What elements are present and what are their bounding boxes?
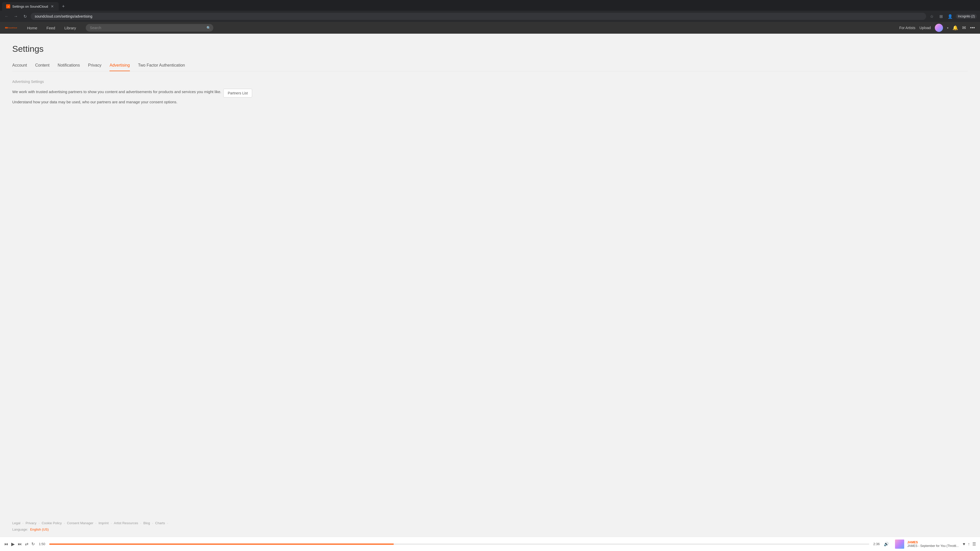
svg-text:SoundCloud: SoundCloud [8,27,17,29]
nav-right-actions: For Artists Upload ▾ 🔔 ✉ ••• [899,24,975,32]
incognito-badge[interactable]: Incognito (2) [956,14,977,19]
soundcloud-favicon: ♪ [6,4,10,8]
understand-text: Understand how your data may be used, wh… [12,99,968,105]
main-content: Settings Account Content Notifications P… [0,34,980,513]
new-tab-button[interactable]: + [60,3,67,10]
notifications-bell-icon[interactable]: 🔔 [953,25,958,30]
upload-button[interactable]: Upload [920,26,931,30]
nav-feed[interactable]: Feed [42,22,60,34]
footer: Legal - Privacy - Cookie Policy - Consen… [0,513,980,537]
queue-button[interactable]: ☰ [972,541,976,546]
search-input[interactable] [86,24,213,32]
track-name: JAMES - September for You (Throttl... [907,544,959,548]
shuffle-button[interactable]: ⇄ [25,541,28,546]
progress-fill [49,544,393,545]
player-bar: ⏮ ▶ ⏭ ⇄ ↻ 1:50 2:36 🔊 JAMES JAMES - Sept… [0,537,980,551]
tab-two-factor[interactable]: Two Factor Authentication [138,63,185,71]
footer-sep-5: - [111,521,112,525]
tab-account[interactable]: Account [12,63,27,71]
volume-button[interactable]: 🔊 [884,541,889,546]
tab-privacy[interactable]: Privacy [88,63,101,71]
footer-language-value[interactable]: English (US) [30,527,49,531]
tab-notifications[interactable]: Notifications [58,63,80,71]
nav-home[interactable]: Home [22,22,42,34]
repost-button[interactable]: ↑ [968,542,970,546]
soundcloud-logo[interactable]: SoundCloud [5,25,18,31]
track-artist: JAMES [907,540,959,544]
page-title: Settings [12,44,968,54]
tab-title: Settings on SoundCloud [12,5,48,8]
footer-sep-8: - [167,521,168,525]
footer-imprint[interactable]: Imprint [99,521,109,525]
footer-sep-1: - [22,521,24,525]
top-navigation: SoundCloud Home Feed Library 🔍 For Artis… [0,22,980,34]
advertising-content: Advertising Settings We work with truste… [12,79,968,105]
tab-close-button[interactable]: ✕ [50,4,55,9]
extensions-button[interactable]: ⊞ [937,13,945,20]
svg-rect-4 [6,27,7,29]
track-thumbnail [895,540,904,549]
repeat-button[interactable]: ↻ [32,541,35,546]
footer-consent-manager[interactable]: Consent Manager [67,521,93,525]
footer-artist-resources[interactable]: Artist Resources [114,521,138,525]
tab-advertising[interactable]: Advertising [110,63,130,71]
browser-actions: ☆ ⊞ 👤 Incognito (2) [928,13,977,20]
footer-cookie-policy[interactable]: Cookie Policy [41,521,62,525]
footer-blog[interactable]: Blog [143,521,150,525]
section-title: Advertising Settings [12,79,968,84]
footer-links: Legal - Privacy - Cookie Policy - Consen… [12,521,968,525]
more-options-icon[interactable]: ••• [970,25,975,30]
tab-content[interactable]: Content [35,63,49,71]
browser-toolbar: ← → ↻ ☆ ⊞ 👤 Incognito (2) [0,11,980,22]
footer-sep-7: - [152,521,153,525]
player-controls: ⏮ ▶ ⏭ ⇄ ↻ [4,541,35,547]
skip-back-button[interactable]: ⏮ [4,542,8,546]
settings-tabs: Account Content Notifications Privacy Ad… [12,63,968,71]
user-avatar[interactable] [935,24,943,32]
soundcloud-app: SoundCloud Home Feed Library 🔍 For Artis… [0,22,980,551]
bookmark-button[interactable]: ☆ [928,13,935,20]
nav-links: Home Feed Library [22,22,81,34]
forward-button[interactable]: → [12,13,19,20]
tab-bar: ♪ Settings on SoundCloud ✕ + [0,0,980,11]
profile-button[interactable]: 👤 [947,13,954,20]
nav-library[interactable]: Library [60,22,81,34]
current-time: 1:50 [39,542,45,546]
svg-rect-5 [7,27,8,29]
footer-sep-3: - [64,521,65,525]
progress-bar[interactable] [49,544,869,545]
footer-privacy[interactable]: Privacy [25,521,37,525]
avatar-dropdown-arrow[interactable]: ▾ [947,27,948,29]
footer-sep-2: - [38,521,40,525]
advertising-description-p1: We work with trusted advertising partner… [12,89,221,95]
browser-chrome: ♪ Settings on SoundCloud ✕ + ← → ↻ ☆ ⊞ 👤… [0,0,980,22]
track-details: JAMES JAMES - September for You (Throttl… [907,540,959,548]
track-info: JAMES JAMES - September for You (Throttl… [895,540,959,549]
footer-legal[interactable]: Legal [12,521,21,525]
like-button[interactable]: ♥ [963,542,966,546]
svg-text:♪: ♪ [7,5,9,8]
footer-charts[interactable]: Charts [155,521,165,525]
footer-language-label: Language: [12,527,28,531]
skip-forward-button[interactable]: ⏭ [18,542,22,546]
footer-language: Language: English (US) [12,527,968,532]
browser-tab-active[interactable]: ♪ Settings on SoundCloud ✕ [2,2,59,11]
footer-sep-6: - [140,521,141,525]
svg-rect-2 [5,27,6,28]
footer-sep-4: - [95,521,97,525]
advertising-description: We work with trusted advertising partner… [12,89,221,95]
search-bar-container: 🔍 [86,24,213,32]
total-time: 2:36 [873,542,880,546]
svg-rect-3 [6,27,6,28]
back-button[interactable]: ← [3,13,10,20]
for-artists-link[interactable]: For Artists [899,26,915,30]
partners-list-button[interactable]: Partners List [223,89,252,97]
messages-icon[interactable]: ✉ [962,25,966,30]
reload-button[interactable]: ↻ [21,13,29,20]
play-button[interactable]: ▶ [11,541,15,547]
url-bar[interactable] [30,13,926,20]
search-button[interactable]: 🔍 [207,26,211,30]
player-actions: ♥ ↑ ☰ [963,541,976,546]
